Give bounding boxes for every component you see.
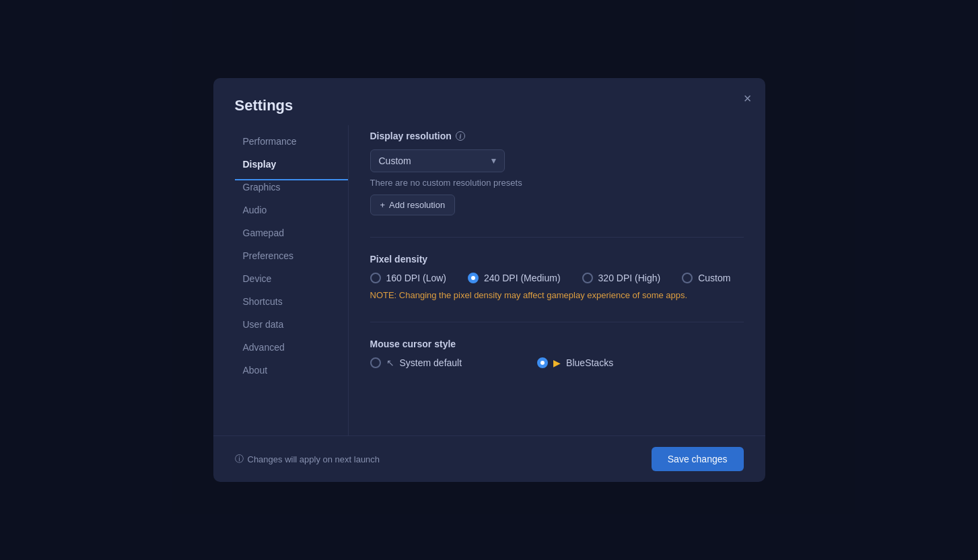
resolution-dropdown-wrapper: Custom ▼ bbox=[370, 149, 505, 172]
settings-dialog: × Settings Performance Display Graphics … bbox=[213, 78, 765, 482]
sidebar-item-audio[interactable]: Audio bbox=[235, 199, 348, 221]
overlay: × Settings Performance Display Graphics … bbox=[0, 0, 978, 560]
add-resolution-button[interactable]: + Add resolution bbox=[370, 195, 456, 215]
footer-note: ⓘ Changes will apply on next launch bbox=[235, 453, 380, 465]
dpi-medium-label: 240 DPI (Medium) bbox=[484, 273, 561, 283]
cursor-bluestacks-icon: ▶ bbox=[553, 357, 561, 368]
dpi-high-option[interactable]: 320 DPI (High) bbox=[582, 273, 661, 283]
close-button[interactable]: × bbox=[741, 89, 755, 108]
dialog-title: Settings bbox=[213, 78, 765, 125]
pixel-density-radio-group: 160 DPI (Low) 240 DPI (Medium) 320 DPI (… bbox=[370, 273, 744, 283]
mouse-cursor-section: Mouse cursor style ↖ System default ▶ Bl… bbox=[370, 339, 744, 375]
cursor-system-label: System default bbox=[400, 357, 462, 368]
footer-note-text: Changes will apply on next launch bbox=[248, 454, 380, 464]
dpi-low-label: 160 DPI (Low) bbox=[386, 273, 446, 283]
no-presets-text: There are no custom resolution presets bbox=[370, 178, 744, 188]
dpi-low-radio[interactable] bbox=[370, 273, 381, 283]
save-changes-button[interactable]: Save changes bbox=[652, 447, 744, 471]
sidebar: Performance Display Graphics Audio Gamep… bbox=[213, 125, 348, 435]
cursor-system-option[interactable]: ↖ System default bbox=[370, 357, 462, 368]
resolution-dropdown[interactable]: Custom bbox=[370, 149, 505, 172]
add-resolution-label: Add resolution bbox=[389, 200, 445, 210]
sidebar-item-gamepad[interactable]: Gamepad bbox=[235, 222, 348, 244]
cursor-bluestacks-option[interactable]: ▶ BlueStacks bbox=[537, 357, 613, 368]
dpi-high-radio[interactable] bbox=[582, 273, 593, 283]
cursor-bluestacks-label: BlueStacks bbox=[566, 357, 613, 368]
display-resolution-title: Display resolution i bbox=[370, 131, 744, 141]
display-resolution-section: Display resolution i Custom ▼ There are … bbox=[370, 131, 744, 215]
dpi-custom-radio[interactable] bbox=[682, 273, 693, 283]
sidebar-item-preferences[interactable]: Preferences bbox=[235, 245, 348, 267]
sidebar-item-device[interactable]: Device bbox=[235, 268, 348, 289]
mouse-cursor-title: Mouse cursor style bbox=[370, 339, 744, 349]
divider-2 bbox=[370, 322, 744, 322]
dpi-custom-label: Custom bbox=[698, 273, 730, 283]
pixel-density-section: Pixel density 160 DPI (Low) 240 DPI (Med… bbox=[370, 254, 744, 300]
sidebar-item-performance[interactable]: Performance bbox=[235, 131, 348, 152]
pixel-density-note: NOTE: Changing the pixel density may aff… bbox=[370, 290, 744, 300]
dialog-body: Performance Display Graphics Audio Gamep… bbox=[213, 125, 765, 435]
footer-info-icon: ⓘ bbox=[235, 453, 244, 465]
dpi-low-option[interactable]: 160 DPI (Low) bbox=[370, 273, 446, 283]
pixel-density-title: Pixel density bbox=[370, 254, 744, 265]
resolution-info-icon: i bbox=[456, 131, 465, 141]
cursor-system-radio[interactable] bbox=[370, 357, 381, 368]
dpi-medium-radio[interactable] bbox=[468, 273, 479, 283]
dpi-high-label: 320 DPI (High) bbox=[598, 273, 661, 283]
sidebar-item-display[interactable]: Display bbox=[235, 153, 348, 175]
cursor-system-icon: ↖ bbox=[386, 357, 394, 368]
mouse-cursor-radio-group: ↖ System default ▶ BlueStacks bbox=[370, 357, 744, 368]
plus-icon: + bbox=[380, 200, 386, 210]
sidebar-item-about[interactable]: About bbox=[235, 359, 348, 381]
divider-1 bbox=[370, 237, 744, 238]
sidebar-item-shortcuts[interactable]: Shortcuts bbox=[235, 291, 348, 312]
dpi-custom-option[interactable]: Custom bbox=[682, 273, 730, 283]
dpi-medium-option[interactable]: 240 DPI (Medium) bbox=[468, 273, 561, 283]
sidebar-item-advanced[interactable]: Advanced bbox=[235, 337, 348, 358]
main-content: Display resolution i Custom ▼ There are … bbox=[348, 125, 765, 435]
sidebar-item-user-data[interactable]: User data bbox=[235, 314, 348, 335]
dialog-footer: ⓘ Changes will apply on next launch Save… bbox=[213, 435, 765, 482]
cursor-bluestacks-radio[interactable] bbox=[537, 357, 548, 368]
